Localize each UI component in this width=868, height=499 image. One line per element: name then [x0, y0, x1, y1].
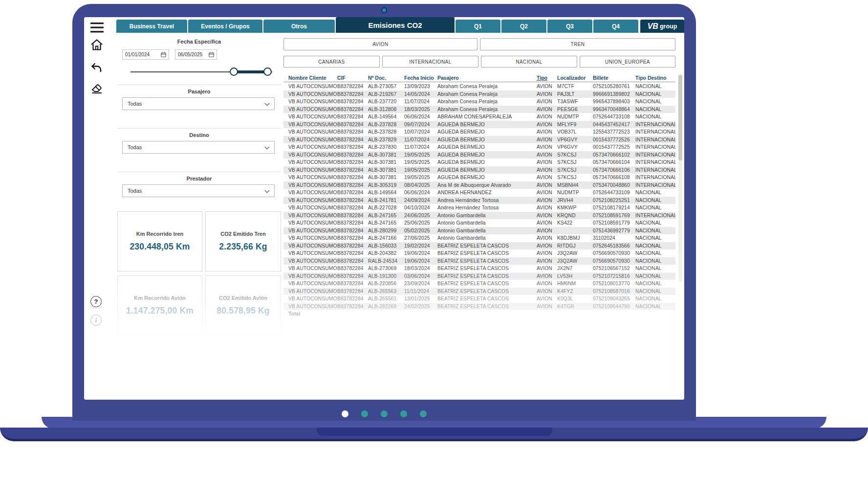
table-row[interactable]: VB AUTOCONSUMOB83782284ALB-30531908/04/2… — [283, 181, 675, 189]
table-cell: 25/06/2025 — [404, 220, 437, 226]
table-cell: B83782284 — [337, 182, 368, 188]
carousel-dot-3[interactable] — [381, 410, 388, 417]
eraser-icon[interactable] — [90, 82, 103, 96]
info-icon[interactable]: i — [90, 315, 102, 326]
scrollbar-thumb[interactable] — [678, 75, 682, 160]
undo-icon[interactable] — [90, 62, 102, 75]
table-cell: BEATRIZ ESPELETA CASCOS — [437, 258, 537, 264]
table-row[interactable]: VB AUTOCONSUMOB83782284ALB-23782911/07/2… — [283, 136, 675, 144]
table-cell: NACIONAL — [635, 250, 675, 256]
table-cell: 05/02/2025 — [404, 228, 437, 233]
table-scrollbar[interactable] — [678, 74, 682, 282]
column-header[interactable]: Localizador — [557, 75, 593, 81]
table-row[interactable]: VB AUTOCONSUMOB83782284ALB-23782810/07/2… — [283, 128, 675, 136]
carousel-dot-5[interactable] — [420, 410, 427, 417]
column-header[interactable]: Nombre Cliente — [288, 75, 337, 81]
table-cell: Ana M de Albuquerque Alvarado — [437, 182, 537, 188]
prestador-dropdown[interactable]: Todas — [122, 184, 275, 197]
carousel-dot-4[interactable] — [400, 410, 407, 417]
table-cell: ALB-227028 — [368, 205, 404, 210]
filter-button-nacional[interactable]: NACIONAL — [481, 56, 577, 68]
table-row[interactable]: VB AUTOCONSUMOB83782284ALB-26556113/01/2… — [283, 295, 675, 303]
table-row[interactable]: VB AUTOCONSUMOB83782284ALB-30738119/05/2… — [283, 174, 675, 181]
table-cell: VB AUTOCONSUMO — [288, 167, 337, 173]
table-cell: VB AUTOCONSUMO — [288, 107, 337, 112]
filter-button-canarias[interactable]: CANARIAS — [283, 56, 380, 68]
table-row[interactable]: VB AUTOCONSUMOB83782284RALB-2453419/06/2… — [283, 257, 675, 265]
date-to-input[interactable]: 06/05/2025 — [175, 49, 217, 60]
table-row[interactable]: VB AUTOCONSUMOB83782284ALB-28226924/02/2… — [283, 303, 675, 311]
table-cell: VB AUTOCONSUMO — [288, 84, 337, 89]
table-row[interactable]: VB AUTOCONSUMOB83782284ALB-30738119/05/2… — [283, 151, 675, 159]
table-cell: 9963470048864 — [593, 107, 635, 112]
destino-value: Todas — [128, 144, 142, 150]
table-cell: 0752108591779 — [593, 220, 635, 226]
tab-q3[interactable]: Q3 — [547, 20, 592, 33]
pasajero-dropdown[interactable]: Todas — [122, 97, 275, 110]
table-cell: NACIONAL — [635, 107, 675, 112]
column-header[interactable]: Tipo Destino — [635, 75, 675, 81]
tab-eventos-grupos[interactable]: Eventos / Grupos — [188, 20, 262, 33]
table-cell: ALB-241781 — [368, 198, 404, 203]
table-row[interactable]: VB AUTOCONSUMOB83782284ALB-24716525/06/2… — [283, 219, 675, 227]
table-row[interactable]: VB AUTOCONSUMOB83782284ALB-30738119/05/2… — [283, 159, 675, 166]
tab-otros[interactable]: Otros — [263, 20, 335, 33]
column-header[interactable]: Fecha Inicio — [404, 75, 437, 81]
table-row[interactable]: VB AUTOCONSUMOB83782284ALB-23772011/07/2… — [283, 98, 675, 106]
home-icon[interactable] — [90, 39, 103, 53]
date-range-slider[interactable] — [130, 67, 272, 77]
table-row[interactable]: VB AUTOCONSUMOB83782284ALB-22085623/09/2… — [283, 280, 675, 288]
menu-icon[interactable] — [90, 23, 104, 35]
slider-handle-end[interactable] — [263, 68, 272, 76]
filter-button-union-europea[interactable]: UNION_EUROPEA — [580, 56, 675, 68]
kpi-title: CO2 Emitido Tren — [220, 231, 265, 237]
table-row[interactable]: VB AUTOCONSUMOB83782284ALB-22702804/10/2… — [283, 204, 675, 212]
table-cell: B83782284 — [337, 99, 368, 104]
table-row[interactable]: VB AUTOCONSUMOB83782284ALB-27305713/09/2… — [283, 83, 675, 91]
date-from-input[interactable]: 01/01/2024 — [122, 49, 169, 60]
table-cell: VP6GVY — [557, 144, 593, 150]
table-row[interactable]: VB AUTOCONSUMOB83782284ALB-24716627/06/2… — [283, 234, 675, 242]
table-cell: AGUEDA BERMEJO — [437, 152, 537, 158]
table-cell: VB AUTOCONSUMO — [288, 99, 337, 104]
column-header[interactable]: CIF — [337, 75, 368, 81]
column-header[interactable]: Tipo — [537, 75, 557, 81]
table-cell: BEATRIZ ESPELETA CASCOS — [437, 273, 537, 279]
table-row[interactable]: VB AUTOCONSUMOB83782284ALB-28029905/02/2… — [283, 227, 675, 235]
table-row[interactable]: VB AUTOCONSUMOB83782284ALB-14956406/06/2… — [283, 113, 675, 121]
destino-dropdown[interactable]: Todas — [122, 141, 275, 154]
slider-handle-start[interactable] — [230, 68, 238, 76]
table-row[interactable]: VB AUTOCONSUMOB83782284ALB-14956406/06/2… — [283, 189, 675, 197]
table-cell: NACIONAL — [635, 99, 675, 104]
carousel-dot-2[interactable] — [361, 410, 368, 417]
table-row[interactable]: VB AUTOCONSUMOB83782284ALB-23783011/07/2… — [283, 143, 675, 151]
table-row[interactable]: VB AUTOCONSUMOB83782284ALB-21926714/05/2… — [283, 91, 675, 98]
column-header[interactable]: Billete — [593, 75, 635, 81]
table-cell: AVION — [537, 159, 557, 165]
column-header[interactable]: Nº Doc. — [368, 75, 404, 81]
carousel-dot-1[interactable] — [342, 410, 348, 417]
table-cell: INTERNACIONAL — [635, 122, 675, 127]
filter-button-avion[interactable]: AVION — [283, 38, 477, 50]
filter-button-internacional[interactable]: INTERNACIONAL — [382, 56, 478, 68]
table-row[interactable]: VB AUTOCONSUMOB83782284ALB-24178124/09/2… — [283, 197, 675, 204]
table-cell: B83782284 — [337, 235, 368, 241]
tab-q2[interactable]: Q2 — [501, 20, 546, 33]
table-cell: VB AUTOCONSUMO — [288, 266, 337, 271]
help-icon[interactable]: ? — [90, 296, 102, 307]
table-row[interactable]: VB AUTOCONSUMOB83782284ALB-31280818/03/2… — [283, 106, 675, 113]
column-header[interactable]: Pasajero — [437, 75, 537, 81]
table-row[interactable]: VB AUTOCONSUMOB83782284ALB-15603319/02/2… — [283, 242, 675, 250]
table-row[interactable]: VB AUTOCONSUMOB83782284ALB-30738119/05/2… — [283, 166, 675, 174]
tab-q4[interactable]: Q4 — [593, 20, 638, 33]
table-row[interactable]: VB AUTOCONSUMOB83782284ALB-20438219/06/2… — [283, 250, 675, 257]
tab-business-travel[interactable]: Business Travel — [116, 20, 187, 33]
filter-button-tren[interactable]: TREN — [480, 38, 675, 50]
tab-q1[interactable]: Q1 — [456, 20, 500, 33]
table-row[interactable]: VB AUTOCONSUMOB83782284ALB-27306918/03/2… — [283, 265, 675, 272]
table-row[interactable]: VB AUTOCONSUMOB83782284ALB-19130003/06/2… — [283, 272, 675, 280]
tab-emisiones-co2[interactable]: Emisiones CO2 — [336, 17, 455, 33]
table-row[interactable]: VB AUTOCONSUMOB83782284ALB-23782809/07/2… — [283, 121, 675, 129]
table-row[interactable]: VB AUTOCONSUMOB83782284ALB-26556311/11/2… — [283, 288, 675, 295]
table-row[interactable]: VB AUTOCONSUMOB83782284ALB-24716524/06/2… — [283, 212, 675, 220]
